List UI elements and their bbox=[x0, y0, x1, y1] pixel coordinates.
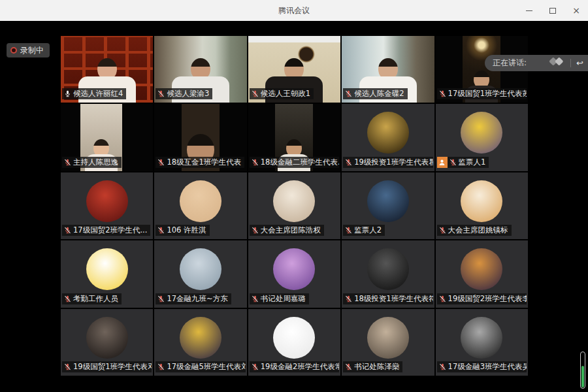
mic-muted-icon bbox=[439, 363, 446, 370]
participant-tile[interactable]: 大会主席团姚镇标 bbox=[436, 172, 528, 239]
participant-tile[interactable]: 候选人王朝政1 bbox=[248, 36, 340, 103]
participant-name: 监票人1 bbox=[459, 157, 486, 167]
mic-muted-icon bbox=[157, 90, 165, 97]
participant-name: 候选人王朝政1 bbox=[261, 89, 310, 99]
participant-name-label: 候选人许丽红4 bbox=[62, 88, 126, 99]
reply-arrow-icon[interactable]: ↩ bbox=[576, 58, 583, 68]
participant-name-label: 19级国贸2班学生代表李... bbox=[437, 293, 527, 304]
participant-tile[interactable]: 19级投资1班学生代表瞿... bbox=[342, 104, 434, 171]
avatar bbox=[367, 112, 409, 154]
participant-tile[interactable]: 19级金融2班学生代表常... bbox=[248, 309, 340, 376]
participant-name: 19级国贸1班学生代表邓... bbox=[73, 362, 152, 372]
participant-tile[interactable]: 监票人2 bbox=[342, 172, 434, 239]
presenter-badge-icon bbox=[437, 157, 448, 168]
close-button[interactable]: × bbox=[564, 0, 588, 21]
mic-muted-icon bbox=[157, 363, 165, 370]
participant-name: 106 许胜淇 bbox=[167, 225, 206, 235]
window-controls: × bbox=[517, 0, 588, 21]
maximize-button[interactable] bbox=[541, 0, 564, 21]
panel-divider bbox=[570, 59, 571, 67]
scrollbar-thumb[interactable] bbox=[581, 366, 584, 387]
participant-name: 17级金融3班学生代表吴... bbox=[448, 362, 527, 372]
record-icon bbox=[10, 47, 17, 54]
avatar bbox=[86, 317, 128, 359]
participant-tile[interactable]: 候选人许丽红4 bbox=[61, 36, 153, 103]
avatar bbox=[367, 317, 409, 359]
mic-muted-icon bbox=[157, 159, 165, 166]
participant-name: 大会主席团姚镇标 bbox=[448, 225, 508, 235]
mic-muted-icon bbox=[439, 227, 446, 234]
participant-tile[interactable]: 106 许胜淇 bbox=[154, 172, 246, 239]
participant-tile[interactable]: 18级投资1班学生代表符... bbox=[342, 240, 434, 307]
scrollbar[interactable] bbox=[580, 351, 585, 389]
participant-tile[interactable]: 书记处陈泽燊 bbox=[342, 309, 434, 376]
mic-muted-icon bbox=[64, 227, 71, 234]
close-icon: × bbox=[572, 6, 580, 15]
participant-name-label: 19级投资1班学生代表瞿... bbox=[343, 157, 433, 168]
mic-muted-icon bbox=[64, 363, 71, 370]
participant-tile[interactable]: 17级金融5班学生代表刘... bbox=[154, 309, 246, 376]
participant-name: 考勤工作人员 bbox=[73, 294, 118, 304]
mic-muted-icon bbox=[345, 227, 352, 234]
avatar bbox=[180, 317, 221, 359]
participant-name: 主持人陈思逸 bbox=[73, 157, 118, 167]
participant-name: 17级国贸1班学生代表苏... bbox=[448, 89, 527, 99]
participant-name: 18级投资1班学生代表符... bbox=[354, 294, 433, 304]
participant-name-label: 17级金融3班学生代表吴... bbox=[437, 361, 527, 372]
participant-tile[interactable]: 监票人1 bbox=[436, 104, 528, 171]
participant-tile[interactable]: 19级国贸1班学生代表邓... bbox=[61, 309, 153, 376]
mic-muted-icon bbox=[345, 295, 352, 302]
mic-muted-icon bbox=[449, 159, 457, 166]
participant-tile[interactable]: 主持人陈思逸 bbox=[61, 104, 153, 171]
speaking-label: 正在讲话: bbox=[493, 57, 544, 69]
avatar bbox=[461, 248, 502, 290]
participant-name: 17金融九班~方东 bbox=[167, 294, 227, 304]
layers-icon[interactable] bbox=[547, 57, 567, 70]
mic-muted-icon bbox=[345, 90, 352, 97]
participant-tile[interactable]: 17级金融3班学生代表吴... bbox=[436, 309, 528, 376]
mic-muted-icon bbox=[252, 227, 259, 234]
participant-name-label: 17级金融5班学生代表刘... bbox=[155, 361, 245, 372]
window-title: 腾讯会议 bbox=[278, 5, 310, 16]
avatar bbox=[86, 248, 128, 290]
minimize-button[interactable] bbox=[517, 0, 541, 21]
avatar bbox=[461, 180, 502, 222]
participant-tile[interactable]: 18级金融二班学生代表... bbox=[248, 104, 340, 171]
window-titlebar: 腾讯会议 × bbox=[0, 0, 588, 21]
participant-tile[interactable]: 19级国贸2班学生代表李... bbox=[436, 240, 528, 307]
meeting-main-area: 录制中 正在讲话: ↩ 候选人许丽红4 候选人梁渝3 候选人王朝政1 候 bbox=[0, 21, 588, 392]
participant-name: 监票人2 bbox=[354, 225, 382, 235]
participant-name: 18级互金1班学生代表 bbox=[167, 157, 241, 167]
avatar bbox=[180, 180, 221, 222]
mic-muted-icon bbox=[157, 295, 165, 302]
avatar bbox=[86, 180, 128, 222]
participant-tile[interactable]: 大会主席团陈浩权 bbox=[248, 172, 340, 239]
participant-name-label: 大会主席团陈浩权 bbox=[250, 225, 324, 236]
mic-muted-icon bbox=[64, 159, 71, 166]
participant-tile[interactable]: 18级互金1班学生代表 bbox=[154, 104, 246, 171]
participant-name-label: 主持人陈思逸 bbox=[62, 157, 122, 168]
participant-grid: 候选人许丽红4 候选人梁渝3 候选人王朝政1 候选人陈金碟2 17级国贸1班学生… bbox=[61, 36, 528, 376]
participant-name-label: 17级国贸1班学生代表苏... bbox=[437, 88, 527, 99]
participant-name-label: 候选人王朝政1 bbox=[250, 88, 314, 99]
mic-muted-icon bbox=[345, 363, 352, 370]
mic-muted-icon bbox=[345, 159, 352, 166]
participant-tile[interactable]: 书记处周嘉璐 bbox=[248, 240, 340, 307]
participant-name: 候选人梁渝3 bbox=[167, 89, 209, 99]
participant-name: 18级金融二班学生代表... bbox=[261, 157, 339, 167]
avatar bbox=[273, 248, 315, 290]
recording-label: 录制中 bbox=[20, 45, 44, 56]
avatar bbox=[461, 317, 502, 359]
participant-name-label: 18级金融二班学生代表... bbox=[250, 157, 339, 168]
avatar bbox=[180, 248, 221, 290]
participant-tile[interactable]: 候选人陈金碟2 bbox=[342, 36, 434, 103]
recording-indicator[interactable]: 录制中 bbox=[7, 43, 50, 57]
participant-tile[interactable]: 考勤工作人员 bbox=[61, 240, 153, 307]
participant-name: 17级金融5班学生代表刘... bbox=[167, 362, 245, 372]
participant-name-label: 106 许胜淇 bbox=[155, 225, 209, 236]
mic-muted-icon bbox=[252, 363, 259, 370]
participant-name: 候选人许丽红4 bbox=[73, 89, 123, 99]
participant-tile[interactable]: 候选人梁渝3 bbox=[154, 36, 246, 103]
participant-tile[interactable]: 17金融九班~方东 bbox=[154, 240, 246, 307]
participant-tile[interactable]: 17级国贸2班学生代... bbox=[61, 172, 153, 239]
